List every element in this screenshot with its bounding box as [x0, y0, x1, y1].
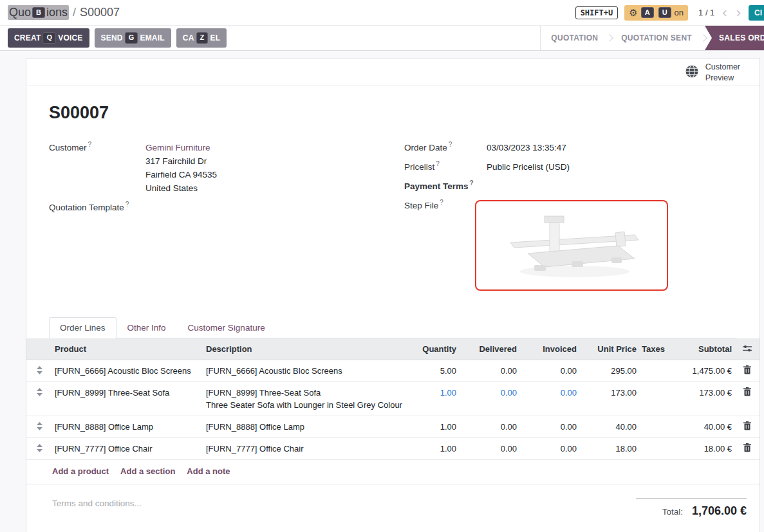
cell-quantity[interactable]: 5.00 — [411, 360, 459, 381]
breadcrumb-text-pre: Quo — [9, 6, 31, 19]
cell-product[interactable]: [FURN_8999] Three-Seat Sofa — [52, 382, 203, 403]
breadcrumb-quotations-link[interactable]: QuoBions — [8, 5, 69, 20]
action-button-label-suffix: on — [675, 8, 684, 17]
customer-address-line: United States — [145, 183, 198, 193]
tab-customer-signature[interactable]: Customer Signature — [177, 317, 276, 338]
cell-product[interactable]: [FURN_7777] Office Chair — [52, 438, 203, 459]
column-header-product: Product — [52, 338, 203, 360]
button-text: EL — [210, 33, 220, 42]
pager-next-icon[interactable]: › — [735, 6, 742, 20]
cell-invoiced[interactable]: 0.00 — [519, 382, 579, 403]
cell-description[interactable]: [FURN_6666] Acoustic Bloc Screens — [203, 360, 411, 381]
cell-invoiced[interactable]: 0.00 — [519, 416, 579, 437]
trash-icon — [743, 443, 751, 452]
order-line-row: [FURN_8888] Office Lamp [FURN_8888] Offi… — [26, 416, 759, 438]
add-note-link[interactable]: Add a note — [187, 466, 230, 476]
cell-taxes[interactable] — [639, 438, 670, 447]
keyboard-hint-badge: Z — [196, 32, 209, 44]
cell-description[interactable]: [FURN_8999] Three-Seat Sofa Three Seater… — [203, 382, 411, 416]
tab-other-info[interactable]: Other Info — [116, 317, 177, 338]
field-order-date: Order Date? 03/03/2023 13:35:47 — [404, 141, 737, 154]
add-product-link[interactable]: Add a product — [52, 466, 109, 476]
cell-invoiced[interactable]: 0.00 — [519, 438, 579, 459]
cell-taxes[interactable] — [639, 382, 670, 391]
pricelist-field-label: Pricelist? — [404, 160, 487, 174]
drag-handle-icon — [37, 388, 42, 396]
stage-quotation[interactable]: QUOTATION — [541, 26, 608, 50]
cell-quantity[interactable]: 1.00 — [411, 438, 459, 459]
drag-handle-icon — [37, 366, 42, 374]
cell-delivered[interactable]: 0.00 — [459, 438, 519, 459]
payment-terms-field-label: Payment Terms? — [404, 179, 487, 193]
row-drag-handle[interactable] — [26, 438, 52, 457]
drag-handle-icon — [37, 444, 42, 452]
close-button-partial[interactable]: Cl — [749, 5, 764, 21]
cell-quantity[interactable]: 1.00 — [411, 416, 459, 437]
shortcut-overlay-badge: SHIFT+U — [575, 6, 619, 19]
stage-sales-order-active[interactable]: SALES ORD — [705, 26, 764, 50]
cell-unit-price[interactable]: 173.00 — [579, 382, 639, 403]
notebook-tabs: Order Lines Other Info Customer Signatur… — [49, 317, 737, 338]
cell-product[interactable]: [FURN_8888] Office Lamp — [52, 416, 203, 437]
terms-and-conditions-input[interactable]: Terms and conditions... — [52, 499, 142, 508]
help-icon: ? — [436, 160, 440, 167]
step-file-3d-render — [488, 207, 655, 284]
delete-row-button[interactable] — [734, 416, 759, 435]
breadcrumb-current-record: S00007 — [80, 6, 120, 19]
field-pricelist: Pricelist? Public Pricelist (USD) — [404, 160, 737, 174]
field-group-right: Order Date? 03/03/2023 13:35:47 Pricelis… — [404, 141, 737, 297]
cell-quantity[interactable]: 1.00 — [411, 382, 459, 403]
cell-taxes[interactable] — [639, 360, 670, 369]
action-menu-button[interactable]: ⚙ A U on — [624, 5, 688, 21]
row-drag-handle[interactable] — [26, 382, 52, 401]
row-drag-handle[interactable] — [26, 416, 52, 435]
order-lines-table: Product Description Quantity Delivered I… — [26, 338, 759, 460]
form-sheet: Customer Preview S00007 Customer? Gemini… — [26, 59, 760, 532]
button-text: SEND — [101, 33, 123, 42]
cell-delivered[interactable]: 0.00 — [459, 416, 519, 437]
add-section-link[interactable]: Add a section — [120, 466, 175, 476]
delete-row-button[interactable] — [734, 382, 759, 401]
cell-taxes[interactable] — [639, 416, 670, 425]
delete-row-button[interactable] — [734, 438, 759, 457]
order-date-field-value[interactable]: 03/03/2023 13:35:47 — [487, 141, 566, 154]
column-header-quantity: Quantity — [411, 338, 459, 360]
tab-order-lines[interactable]: Order Lines — [49, 317, 116, 338]
field-group-left: Customer? Gemini Furniture 317 Fairchild… — [49, 141, 384, 297]
customer-link[interactable]: Gemini Furniture — [145, 143, 210, 152]
stage-quotation-sent[interactable]: QUOTATION SENT — [611, 26, 702, 50]
row-drag-handle[interactable] — [26, 360, 52, 379]
cancel-button[interactable]: CAZEL — [176, 28, 227, 48]
cell-unit-price[interactable]: 18.00 — [579, 438, 639, 459]
field-step-file: Step File? — [404, 199, 737, 291]
customer-preview-button[interactable]: Customer Preview — [705, 62, 740, 84]
optional-columns-toggle[interactable] — [734, 338, 759, 353]
send-email-button[interactable]: SENDGEMAIL — [95, 28, 171, 48]
create-invoice-button[interactable]: CREATQVOICE — [8, 28, 89, 48]
pricelist-field-value[interactable]: Public Pricelist (USD) — [487, 160, 570, 174]
column-header-invoiced: Invoiced — [519, 338, 579, 360]
button-text: CREAT — [14, 33, 41, 42]
cell-invoiced[interactable]: 0.00 — [519, 360, 579, 381]
cell-product[interactable]: [FURN_6666] Acoustic Bloc Screens — [52, 360, 203, 381]
cell-description[interactable]: [FURN_7777] Office Chair — [203, 438, 411, 459]
step-file-image[interactable] — [475, 200, 668, 291]
cell-delivered[interactable]: 0.00 — [459, 382, 519, 403]
button-text: CA — [183, 33, 194, 42]
topbar-right-group: SHIFT+U ⚙ A U on 1 / 1 ‹ › Cl — [575, 5, 759, 21]
status-pipeline: QUOTATION QUOTATION SENT SALES ORD — [540, 26, 764, 50]
globe-icon — [685, 64, 699, 80]
cell-description[interactable]: [FURN_8888] Office Lamp — [203, 416, 411, 437]
trash-icon — [743, 387, 751, 396]
cell-unit-price[interactable]: 295.00 — [579, 360, 639, 381]
top-bar: QuoBions / S00007 SHIFT+U ⚙ A U on 1 / 1… — [0, 0, 764, 26]
cell-unit-price[interactable]: 40.00 — [579, 416, 639, 437]
customer-address-line: Fairfield CA 94535 — [145, 170, 217, 179]
cell-delivered[interactable]: 0.00 — [459, 360, 519, 381]
sliders-icon — [742, 344, 752, 353]
delete-row-button[interactable] — [734, 360, 759, 379]
column-header-description: Description — [203, 338, 411, 360]
step-file-field-value — [487, 199, 668, 291]
pager-previous-icon[interactable]: ‹ — [721, 6, 728, 20]
order-line-row: [FURN_7777] Office Chair [FURN_7777] Off… — [26, 438, 759, 460]
